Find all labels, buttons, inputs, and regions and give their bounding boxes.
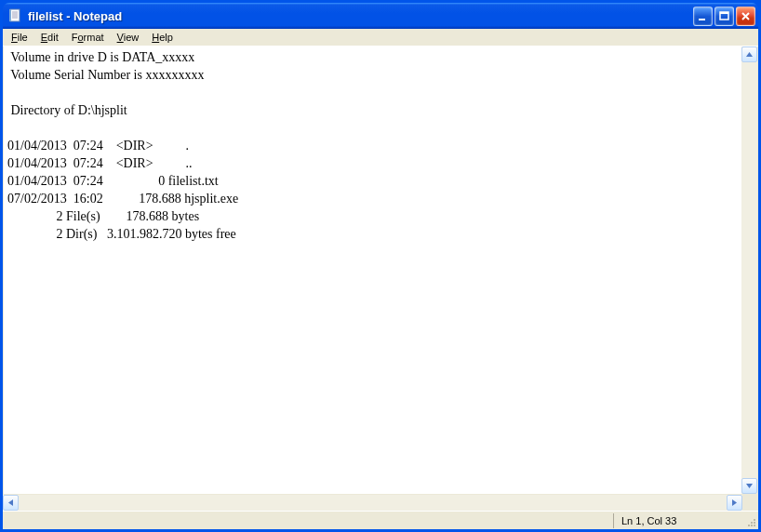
resize-grip-icon[interactable] <box>743 512 758 529</box>
client-area: Volume in drive D is DATA_xxxxx Volume S… <box>3 47 758 495</box>
menu-help[interactable]: Help <box>145 31 180 44</box>
scroll-right-button[interactable] <box>727 495 742 511</box>
vertical-scrollbar[interactable] <box>741 47 757 494</box>
scroll-up-button[interactable] <box>741 47 757 62</box>
text-line: 2 Dir(s) 3.101.982.720 bytes free <box>7 227 236 241</box>
minimize-button[interactable] <box>693 7 713 26</box>
text-line: 01/04/2013 07:24 <DIR> .. <box>7 156 193 170</box>
scrollbar-corner <box>742 495 758 511</box>
horizontal-scroll-track[interactable] <box>19 495 727 511</box>
text-line: Volume in drive D is DATA_xxxxx <box>7 50 194 64</box>
svg-point-10 <box>748 525 750 526</box>
menu-file[interactable]: File <box>5 31 34 44</box>
text-line: 07/02/2013 16:02 178.688 hjsplit.exe <box>7 192 238 206</box>
horizontal-scrollbar[interactable] <box>3 495 742 511</box>
close-button[interactable] <box>736 7 755 26</box>
text-line: 01/04/2013 07:24 <DIR> . <box>7 139 189 153</box>
svg-point-12 <box>751 522 753 524</box>
menu-edit[interactable]: Edit <box>34 31 65 44</box>
menu-format[interactable]: Format <box>65 31 111 44</box>
svg-point-9 <box>751 525 753 526</box>
menu-view[interactable]: View <box>111 31 146 44</box>
notepad-window: filelist - Notepad File Edit Format View… <box>3 3 758 529</box>
notepad-icon <box>8 8 23 23</box>
menubar: File Edit Format View Help <box>3 29 758 47</box>
titlebar[interactable]: filelist - Notepad <box>3 3 758 29</box>
statusbar: Ln 1, Col 33 <box>3 511 758 529</box>
text-line: Volume Serial Number is xxxxxxxxx <box>7 68 204 82</box>
window-title: filelist - Notepad <box>28 9 693 23</box>
svg-point-13 <box>754 519 755 521</box>
svg-rect-5 <box>699 19 705 20</box>
svg-point-11 <box>754 522 755 524</box>
window-controls <box>693 7 755 26</box>
maximize-button[interactable] <box>714 7 734 26</box>
vertical-scroll-track[interactable] <box>741 62 757 478</box>
text-line: 2 File(s) 178.688 bytes <box>7 209 199 223</box>
text-line: 01/04/2013 07:24 0 filelist.txt <box>7 174 219 188</box>
scroll-left-button[interactable] <box>3 495 19 511</box>
text-editor[interactable]: Volume in drive D is DATA_xxxxx Volume S… <box>4 47 741 494</box>
svg-point-8 <box>754 525 755 526</box>
text-line: Directory of D:\hjsplit <box>7 103 127 117</box>
svg-rect-0 <box>10 9 20 21</box>
status-cursor-position: Ln 1, Col 33 <box>613 513 743 528</box>
horizontal-scrollbar-row <box>3 495 758 511</box>
scroll-down-button[interactable] <box>741 478 757 494</box>
